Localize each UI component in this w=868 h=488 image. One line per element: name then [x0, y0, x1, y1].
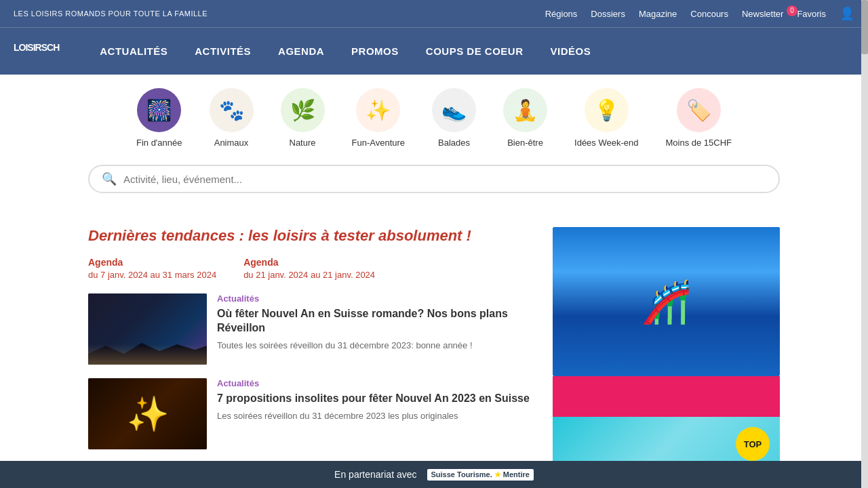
category-fun-aventure[interactable]: ✨ Fun-Aventure — [352, 88, 406, 148]
scrollbar[interactable] — [861, 0, 868, 488]
article-category-1: Actualités — [217, 293, 536, 304]
left-content: Dernières tendances : les loisirs à test… — [88, 227, 536, 474]
category-label-nature: Nature — [290, 138, 316, 148]
partner-bar: En partenariat avec Suisse Tourisme. ★ M… — [0, 461, 868, 488]
tagline: LES LOISIRS ROMANDS POUR TOUTE LA FAMILL… — [14, 9, 208, 18]
category-icon-animaux: 🐾 — [210, 88, 254, 132]
article-excerpt-2: Les soirées réveillon du 31 décembre 202… — [217, 410, 530, 422]
partner-star-icon: ★ — [494, 470, 501, 479]
top-nav-regions[interactable]: Régions — [545, 9, 578, 19]
agenda-item-2[interactable]: Agenda du 21 janv. 2024 au 21 janv. 2024 — [243, 257, 375, 280]
firework-icon: ✨ — [127, 394, 169, 434]
nav-coups-de-coeur[interactable]: COUPS DE COEUR — [426, 45, 524, 57]
search-icon: 🔍 — [102, 171, 117, 186]
section-title: Dernières tendances : les loisirs à test… — [88, 227, 536, 245]
categories-row: 🎆 Fin d'année 🐾 Animaux 🌿 Nature ✨ Fun-A… — [0, 75, 868, 155]
category-moins-15chf[interactable]: 🏷️ Moins de 15CHF — [665, 88, 732, 148]
category-balades[interactable]: 👟 Balades — [432, 88, 476, 148]
article-title-1[interactable]: Où fêter Nouvel An en Suisse romande? No… — [217, 307, 536, 336]
agenda-label-1: Agenda — [88, 257, 216, 268]
top-badge[interactable]: TOP — [736, 427, 770, 461]
top-nav-dossiers[interactable]: Dossiers — [591, 9, 625, 19]
category-bien-etre[interactable]: 🧘 Bien-être — [503, 88, 547, 148]
nav-activites[interactable]: ACTIVITÉS — [195, 45, 251, 57]
agenda-label-2: Agenda — [243, 257, 375, 268]
promo-image-top[interactable]: 🎢 — [553, 227, 780, 376]
article-thumb-2[interactable]: ✨ — [88, 378, 207, 449]
partner-label: En partenariat avec — [334, 469, 416, 480]
category-icon-moins-15chf: 🏷️ — [677, 88, 721, 132]
article-row-2: ✨ Actualités 7 propositions insolites po… — [88, 378, 536, 449]
category-label-moins-15chf: Moins de 15CHF — [665, 138, 732, 148]
nav-agenda[interactable]: AGENDA — [278, 45, 324, 57]
favoris-badge: 0 — [787, 5, 797, 16]
article-body-2: Actualités 7 propositions insolites pour… — [217, 378, 530, 422]
agenda-item-1[interactable]: Agenda du 7 janv. 2024 au 31 mars 2024 — [88, 257, 216, 280]
nav-videos[interactable]: VIDÉOS — [550, 45, 591, 57]
search-section: 🔍 — [0, 155, 868, 210]
category-fin-annee[interactable]: 🎆 Fin d'année — [136, 88, 182, 148]
category-icon-idees-weekend: 💡 — [585, 88, 629, 132]
category-icon-balades: 👟 — [432, 88, 476, 132]
search-input[interactable] — [123, 174, 766, 185]
nav-promos[interactable]: PROMOS — [351, 45, 399, 57]
partner-logo: Suisse Tourisme. ★ Mentire — [427, 469, 534, 481]
logo-sup: CH — [47, 41, 59, 52]
article-title-2[interactable]: 7 propositions insolites pour fêter Nouv… — [217, 392, 530, 406]
main-nav: ACTUALITÉS ACTIVITÉS AGENDA PROMOS COUPS… — [100, 45, 591, 57]
partner-sub: Mentire — [503, 470, 530, 479]
agenda-date-2: du 21 janv. 2024 au 21 janv. 2024 — [243, 270, 375, 280]
promo-image-pink[interactable] — [553, 376, 780, 417]
top-bar: LES LOISIRS ROMANDS POUR TOUTE LA FAMILL… — [0, 0, 868, 27]
category-label-animaux: Animaux — [214, 138, 249, 148]
top-nav-newsletter[interactable]: Newsletter — [742, 9, 783, 19]
category-label-fun-aventure: Fun-Aventure — [352, 138, 406, 148]
user-icon[interactable]: 👤 — [840, 6, 854, 21]
category-icon-fun-aventure: ✨ — [356, 88, 400, 132]
category-label-idees-weekend: Idées Week-end — [574, 138, 638, 148]
article-row-1: Actualités Où fêter Nouvel An en Suisse … — [88, 293, 536, 365]
nav-bar: LOISIRSCH ACTUALITÉS ACTIVITÉS AGENDA PR… — [0, 27, 868, 75]
favoris-link[interactable]: Favoris — [797, 9, 826, 19]
search-wrap: 🔍 — [88, 165, 780, 193]
category-label-fin-annee: Fin d'année — [136, 138, 182, 148]
article-thumb-1[interactable] — [88, 293, 207, 365]
agenda-date-1: du 7 janv. 2024 au 31 mars 2024 — [88, 270, 216, 280]
logo[interactable]: LOISIRSCH — [14, 41, 59, 62]
water-slide-icon: 🎢 — [641, 278, 692, 326]
favoris-wrap[interactable]: 0 Favoris — [797, 9, 826, 19]
water-park-scene: 🎢 — [553, 227, 780, 376]
right-content: 🎢 TOP — [553, 227, 780, 474]
category-icon-nature: 🌿 — [281, 88, 325, 132]
top-nav-concours[interactable]: Concours — [690, 9, 728, 19]
category-icon-fin-annee: 🎆 — [137, 88, 181, 132]
content-area: Dernières tendances : les loisirs à test… — [0, 210, 868, 488]
top-nav: Régions Dossiers Magazine Concours Newsl… — [545, 6, 854, 21]
category-label-balades: Balades — [438, 138, 470, 148]
agenda-row: Agenda du 7 janv. 2024 au 31 mars 2024 A… — [88, 257, 536, 280]
category-icon-bien-etre: 🧘 — [503, 88, 547, 132]
category-nature[interactable]: 🌿 Nature — [281, 88, 325, 148]
category-label-bien-etre: Bien-être — [507, 138, 543, 148]
article-body-1: Actualités Où fêter Nouvel An en Suisse … — [217, 293, 536, 352]
top-nav-magazine[interactable]: Magazine — [639, 9, 677, 19]
category-animaux[interactable]: 🐾 Animaux — [210, 88, 254, 148]
partner-name: Suisse Tourisme. — [431, 470, 492, 479]
logo-text: LOISIRS — [14, 41, 47, 52]
category-idees-weekend[interactable]: 💡 Idées Week-end — [574, 88, 638, 148]
article-category-2: Actualités — [217, 378, 530, 388]
scrollbar-thumb[interactable] — [861, 0, 868, 54]
article-excerpt-1: Toutes les soirées réveillon du 31 décem… — [217, 340, 536, 352]
nav-actualites[interactable]: ACTUALITÉS — [100, 45, 167, 57]
